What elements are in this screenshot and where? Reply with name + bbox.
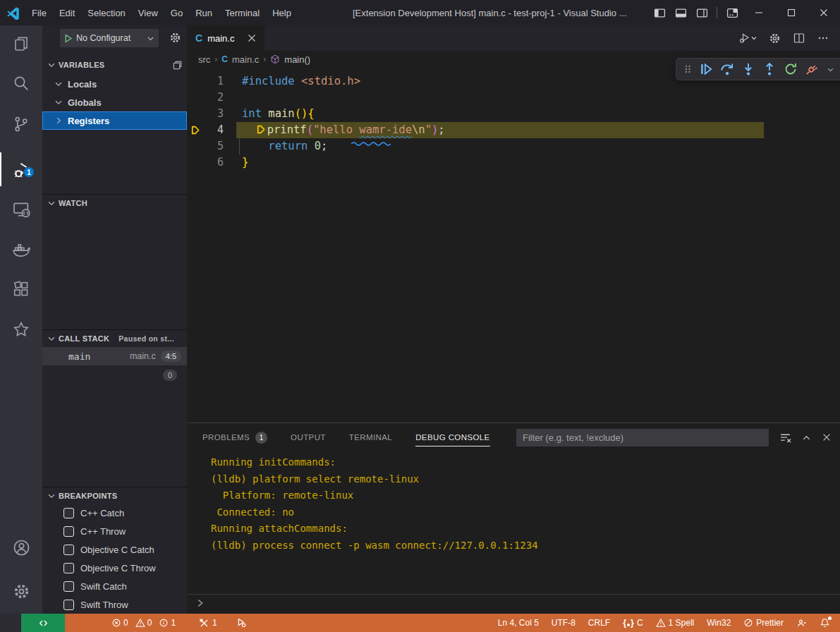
checkbox[interactable] <box>63 526 74 537</box>
console-filter-input[interactable] <box>516 429 769 446</box>
remote-indicator[interactable] <box>21 614 65 632</box>
language-label: C <box>637 618 643 628</box>
views-icon[interactable] <box>172 60 183 71</box>
checkbox[interactable] <box>63 508 74 518</box>
step-over-icon[interactable] <box>720 62 734 76</box>
sidebar-item-explorer[interactable] <box>0 27 42 61</box>
spell-status[interactable]: 1 Spell <box>656 618 695 628</box>
toolbar-drag-grip[interactable] <box>683 63 692 75</box>
start-debugging-icon <box>63 34 73 43</box>
debug-status[interactable] <box>236 617 247 628</box>
problems-status[interactable]: 0 0 1 <box>111 618 181 628</box>
sidebar-item-run-and-debug[interactable]: 1 <box>0 152 42 186</box>
manage-settings[interactable] <box>0 574 42 608</box>
code-line-6[interactable]: 6 } <box>187 154 840 171</box>
variables-item-locals[interactable]: Locals <box>42 75 187 93</box>
checkbox[interactable] <box>63 581 74 592</box>
menu-terminal[interactable]: Terminal <box>219 5 266 21</box>
menu-view[interactable]: View <box>132 5 164 21</box>
close-tab-icon[interactable] <box>248 34 256 42</box>
step-into-icon[interactable] <box>741 62 755 76</box>
session-row[interactable]: 0 <box>42 367 187 384</box>
panel-tab-debug-console[interactable]: DEBUG CONSOLE <box>415 423 490 451</box>
breakpoint-c-catch[interactable]: C++ Catch <box>42 504 187 522</box>
open-launch-json-gear-icon[interactable] <box>169 32 181 44</box>
continue-icon[interactable] <box>699 62 713 76</box>
feedback-status[interactable] <box>796 618 807 628</box>
panel-tab-output[interactable]: OUTPUT <box>291 423 326 451</box>
menu-file[interactable]: File <box>25 5 53 21</box>
tools-status[interactable]: 1 <box>199 618 217 628</box>
editor-group: C main.c src › C main.c › main() 1 #incl… <box>187 25 840 423</box>
code-text: printf("hello wamr-ide\n"); <box>224 122 445 138</box>
variables-section-header[interactable]: VARIABLES <box>42 56 187 73</box>
breakpoint-swift-throw[interactable]: Swift Throw <box>42 595 187 614</box>
sidebar-item-remote-explorer[interactable] <box>0 192 42 226</box>
maximize-button[interactable] <box>775 0 808 25</box>
clear-console-icon[interactable] <box>779 432 791 444</box>
code-line-2[interactable]: 2 <box>187 90 840 106</box>
breadcrumb-folder[interactable]: src <box>198 54 210 65</box>
menu-go[interactable]: Go <box>164 5 189 21</box>
language-status[interactable]: {} C <box>623 618 643 628</box>
sidebar-item-search[interactable] <box>0 66 42 100</box>
menu-run[interactable]: Run <box>189 5 219 21</box>
panel-tab-terminal[interactable]: TERMINAL <box>349 423 392 451</box>
code-line-3[interactable]: 3 int main(){ <box>187 106 840 122</box>
gear-icon[interactable] <box>769 32 781 44</box>
eol-status[interactable]: CRLF <box>588 618 610 628</box>
breakpoints-section-header[interactable]: BREAKPOINTS <box>42 487 187 504</box>
checkbox[interactable] <box>63 545 74 555</box>
search-icon <box>13 75 30 92</box>
toggle-panel-icon[interactable] <box>670 0 691 25</box>
customize-layout-icon[interactable] <box>722 0 743 25</box>
split-editor-icon[interactable] <box>793 32 805 44</box>
maximize-panel-icon[interactable] <box>801 432 812 443</box>
toggle-sidebar-icon[interactable] <box>649 0 670 25</box>
call-stack-section-header[interactable]: CALL STACK Paused on st... <box>42 329 187 346</box>
tab-main-c[interactable]: C main.c <box>187 25 264 51</box>
breakpoint-objective-c-throw[interactable]: Objective C Throw <box>42 559 187 577</box>
sidebar-item-docker[interactable] <box>0 232 42 266</box>
notifications-status[interactable] <box>820 618 830 628</box>
sidebar-item-source-control[interactable] <box>0 107 42 141</box>
stack-frame-row[interactable]: main main.c 4:5 <box>42 347 187 365</box>
variables-item-registers[interactable]: Registers <box>42 111 187 130</box>
platform-status[interactable]: Win32 <box>707 618 731 628</box>
breadcrumb-file[interactable]: main.c <box>232 54 259 65</box>
code-line-5[interactable]: 5 return 0; <box>187 138 840 154</box>
variables-item-globals[interactable]: Globals <box>42 93 187 111</box>
breakpoint-swift-catch[interactable]: Swift Catch <box>42 577 187 595</box>
checkbox[interactable] <box>63 563 74 573</box>
checkbox[interactable] <box>63 600 74 610</box>
minimize-button[interactable] <box>743 0 775 25</box>
sidebar-item-star[interactable] <box>0 312 42 346</box>
chevron-down-icon[interactable] <box>826 65 835 74</box>
code-editor[interactable]: 1 #include <stdio.h> 2 3 int main(){ 4 p… <box>187 68 840 423</box>
cursor-position[interactable]: Ln 4, Col 5 <box>498 618 539 628</box>
step-out-icon[interactable] <box>762 62 777 76</box>
breakpoint-c-throw[interactable]: C++ Throw <box>42 522 187 540</box>
sidebar-item-extensions[interactable] <box>0 272 42 306</box>
close-panel-icon[interactable] <box>822 432 832 442</box>
toggle-secondary-sidebar-icon[interactable] <box>691 0 712 25</box>
code-line-4[interactable]: 4 printf("hello wamr-ide\n"); <box>187 122 840 138</box>
encoding-status[interactable]: UTF-8 <box>552 618 576 628</box>
restart-icon[interactable] <box>784 62 798 76</box>
watch-section-header[interactable]: WATCH <box>42 194 187 211</box>
breadcrumb-symbol[interactable]: main() <box>284 54 310 65</box>
formatter-status[interactable]: Prettier <box>743 618 784 628</box>
breakpoint-objective-c-catch[interactable]: Objective C Catch <box>42 540 187 559</box>
menu-help[interactable]: Help <box>266 5 298 21</box>
launch-configuration-select[interactable]: No Configurat <box>60 29 159 47</box>
run-or-debug-icon[interactable] <box>738 32 756 44</box>
account-menu[interactable] <box>0 530 42 564</box>
disconnect-icon[interactable] <box>805 62 819 76</box>
more-actions-icon[interactable] <box>817 32 829 44</box>
close-window-button[interactable] <box>808 0 840 25</box>
star-icon <box>13 321 30 338</box>
menu-edit[interactable]: Edit <box>53 5 81 21</box>
menu-selection[interactable]: Selection <box>81 5 131 21</box>
panel-tab-problems[interactable]: PROBLEMS 1 <box>202 423 267 451</box>
debug-console-input[interactable] <box>187 594 840 612</box>
